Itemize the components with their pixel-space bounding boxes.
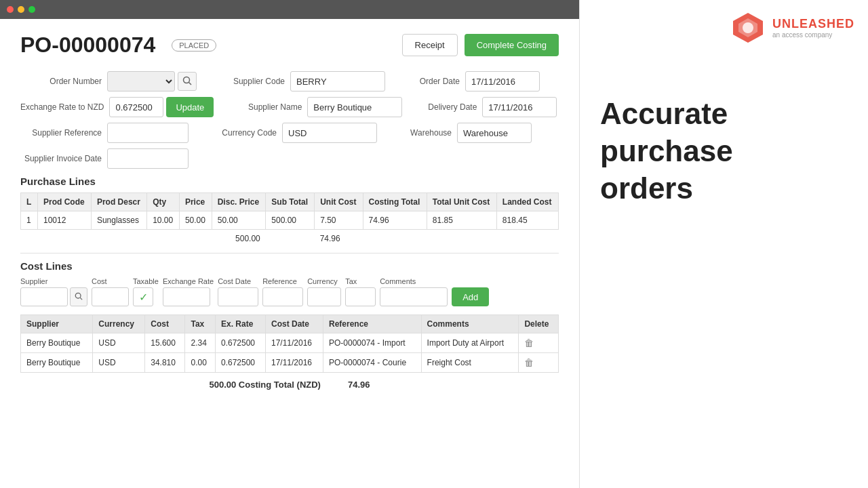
- status-badge: PLACED: [172, 39, 216, 52]
- cost-cell-delete-1[interactable]: 🗑: [519, 333, 559, 353]
- col-qty: Qty: [147, 193, 180, 211]
- tax-input[interactable]: [345, 287, 376, 306]
- reference-form-label: Reference: [262, 277, 303, 285]
- minimize-dot[interactable]: [18, 6, 24, 13]
- reference-form-group: Reference: [262, 277, 303, 306]
- purchase-lines-title: Purchase Lines: [20, 176, 559, 187]
- checkmark-icon: ✓: [139, 291, 148, 304]
- supplier-reference-label: Supplier Reference: [20, 128, 102, 138]
- order-date-input[interactable]: 17/11/2016: [465, 71, 540, 92]
- receipt-button[interactable]: Receipt: [402, 34, 458, 56]
- cell-qty: 10.00: [147, 211, 180, 230]
- update-button[interactable]: Update: [166, 97, 214, 117]
- footer-empty1: [266, 230, 315, 248]
- taxable-form-group: Taxable ✓: [133, 277, 159, 306]
- cost-exchange-rate-input[interactable]: [163, 287, 210, 306]
- currency-form-group: Currency: [307, 277, 341, 306]
- logo-graphic: [730, 10, 766, 45]
- logo-icon: [730, 10, 766, 45]
- cost-cell-ex-rate-2: 0.672500: [215, 353, 265, 373]
- purchase-lines-table: L Prod Code Prod Descr Qty Price Disc. P…: [20, 192, 559, 247]
- cell-costing-total: 74.96: [363, 211, 427, 230]
- cost-row-1: Berry Boutique USD 15.600 2.34 0.672500 …: [21, 333, 559, 353]
- cost-cell-supplier-2: Berry Boutique: [21, 353, 93, 373]
- cost-cell-supplier-1: Berry Boutique: [21, 333, 93, 353]
- cost-lines-table: Supplier Currency Cost Tax Ex. Rate Cost…: [20, 314, 559, 373]
- comments-input[interactable]: [380, 287, 448, 306]
- cost-cell-ex-rate-1: 0.672500: [215, 333, 265, 353]
- cost-cell-tax-2: 0.00: [185, 353, 216, 373]
- warehouse-input[interactable]: Warehouse: [457, 123, 532, 143]
- brand-text: UNLEASHED an access company: [772, 17, 854, 39]
- comments-form-group: Comments: [380, 277, 448, 306]
- cost-cell-cost-2: 34.810: [145, 353, 185, 373]
- warehouse-label: Warehouse: [397, 128, 452, 138]
- currency-input[interactable]: [307, 287, 341, 306]
- search-icon: [75, 292, 83, 300]
- cost-col-supplier: Supplier: [21, 315, 93, 333]
- currency-form-label: Currency: [307, 277, 341, 285]
- cost-cell-reference-1: PO-0000074 - Import: [323, 333, 421, 353]
- cell-l: 1: [21, 211, 38, 230]
- cost-date-input[interactable]: [218, 287, 258, 306]
- order-number-label: Order Number: [20, 77, 102, 86]
- delivery-date-input[interactable]: 17/11/2016: [482, 97, 557, 117]
- cost-supplier-search-button[interactable]: [70, 287, 87, 306]
- supplier-invoice-date-input[interactable]: [107, 148, 189, 169]
- supplier-reference-input[interactable]: [107, 123, 189, 143]
- cost-cell-cost-date-1: 17/11/2016: [265, 333, 323, 353]
- complete-costing-button[interactable]: Complete Costing: [465, 34, 559, 56]
- cost-supplier-input[interactable]: [20, 287, 68, 306]
- cost-cell-currency-1: USD: [93, 333, 145, 353]
- svg-line-3: [80, 298, 82, 300]
- currency-code-input[interactable]: USD: [282, 123, 377, 143]
- cost-date-form-group: Cost Date: [218, 277, 258, 306]
- cost-col-comments: Comments: [421, 315, 519, 333]
- cost-cell-delete-2[interactable]: 🗑: [519, 353, 559, 373]
- col-unit-cost: Unit Cost: [315, 193, 363, 211]
- supplier-code-input[interactable]: BERRY: [290, 71, 385, 92]
- costing-total-value: 74.96: [348, 380, 370, 390]
- svg-point-2: [75, 293, 81, 298]
- cost-col-delete: Delete: [519, 315, 559, 333]
- supplier-form-group: Supplier: [20, 277, 87, 306]
- order-number-select[interactable]: [107, 71, 175, 92]
- exchange-rate-input[interactable]: 0.672500: [109, 97, 163, 117]
- add-button[interactable]: Add: [452, 287, 489, 306]
- supplier-name-input[interactable]: Berry Boutique: [307, 97, 402, 117]
- tax-form-label: Tax: [345, 277, 376, 285]
- title-bar: [0, 0, 579, 19]
- exchange-rate-label: Exchange Rate to NZD: [20, 102, 104, 112]
- col-prod-descr: Prod Descr: [91, 193, 146, 211]
- cost-cell-comments-2: Freight Cost: [421, 353, 519, 373]
- table-row: 1 10012 Sunglasses 10.00 50.00 50.00 500…: [21, 211, 559, 230]
- close-dot[interactable]: [7, 6, 14, 13]
- cost-col-tax: Tax: [185, 315, 216, 333]
- tagline-container: Accurate purchase orders: [600, 95, 848, 207]
- footer-empty2: [363, 230, 496, 248]
- cost-col-reference: Reference: [323, 315, 421, 333]
- form-section: Order Number Supplier C: [20, 71, 559, 169]
- svg-line-1: [189, 82, 192, 85]
- currency-code-label: Currency Code: [209, 128, 277, 138]
- cost-lines-section: Cost Lines Supplier: [20, 260, 559, 390]
- cost-cell-reference-2: PO-0000074 - Courie: [323, 353, 421, 373]
- cell-price: 50.00: [179, 211, 212, 230]
- cost-input[interactable]: [92, 287, 129, 306]
- tagline-line2: orders: [600, 169, 848, 207]
- cost-cell-currency-2: USD: [93, 353, 145, 373]
- svg-point-6: [743, 22, 753, 33]
- delete-icon-2[interactable]: 🗑: [524, 357, 534, 368]
- supplier-name-label: Supplier Name: [234, 102, 302, 112]
- reference-input[interactable]: [262, 287, 303, 306]
- maximize-dot[interactable]: [28, 6, 35, 13]
- order-number-search-button[interactable]: [178, 72, 197, 91]
- cost-cell-tax-1: 2.34: [185, 333, 216, 353]
- col-landed-cost: Landed Cost: [496, 193, 558, 211]
- supplier-invoice-date-label: Supplier Invoice Date: [20, 154, 102, 163]
- po-number: PO-00000074: [20, 33, 155, 58]
- col-l: L: [21, 193, 38, 211]
- taxable-checkbox[interactable]: ✓: [133, 287, 153, 306]
- cost-date-form-label: Cost Date: [218, 277, 258, 285]
- delete-icon-1[interactable]: 🗑: [524, 338, 534, 348]
